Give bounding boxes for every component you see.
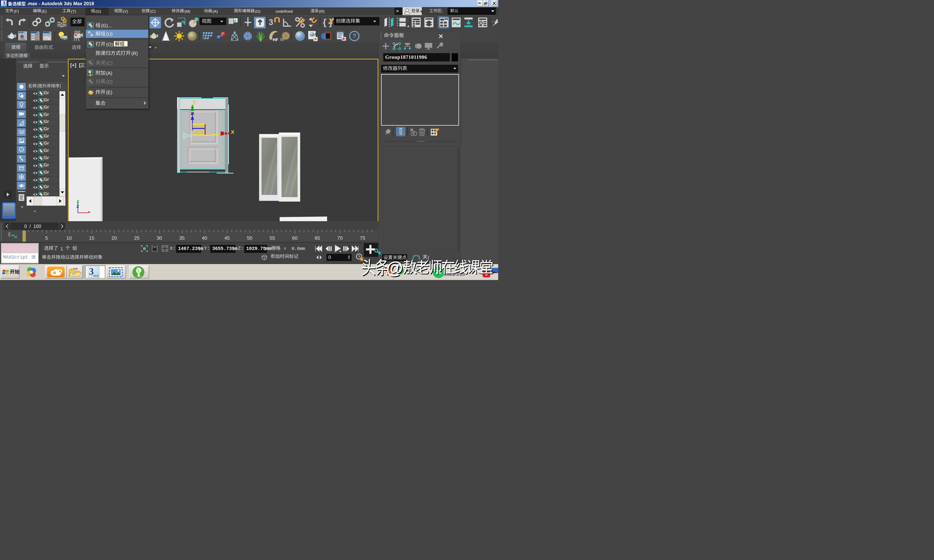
svg-text:75: 75 (360, 235, 365, 241)
svg-text:55: 55 (270, 235, 275, 241)
svg-text:15: 15 (89, 235, 94, 241)
svg-text:HF: HF (273, 37, 278, 42)
svg-text:30: 30 (157, 235, 162, 241)
svg-text:0x: 0x (280, 37, 284, 42)
svg-text:45: 45 (224, 235, 230, 241)
svg-text:x: x (231, 128, 234, 135)
svg-text:?: ? (353, 32, 356, 39)
svg-text:20: 20 (111, 235, 117, 241)
svg-text:5: 5 (45, 235, 48, 241)
svg-text:40: 40 (202, 235, 207, 241)
svg-text:65: 65 (315, 235, 320, 241)
svg-text:y: y (193, 98, 196, 105)
svg-text:70: 70 (337, 235, 342, 241)
svg-text:10: 10 (66, 235, 72, 241)
svg-text:50: 50 (247, 235, 252, 241)
svg-text:60: 60 (292, 235, 297, 241)
svg-text:35: 35 (179, 235, 185, 241)
svg-text:25: 25 (134, 235, 140, 241)
